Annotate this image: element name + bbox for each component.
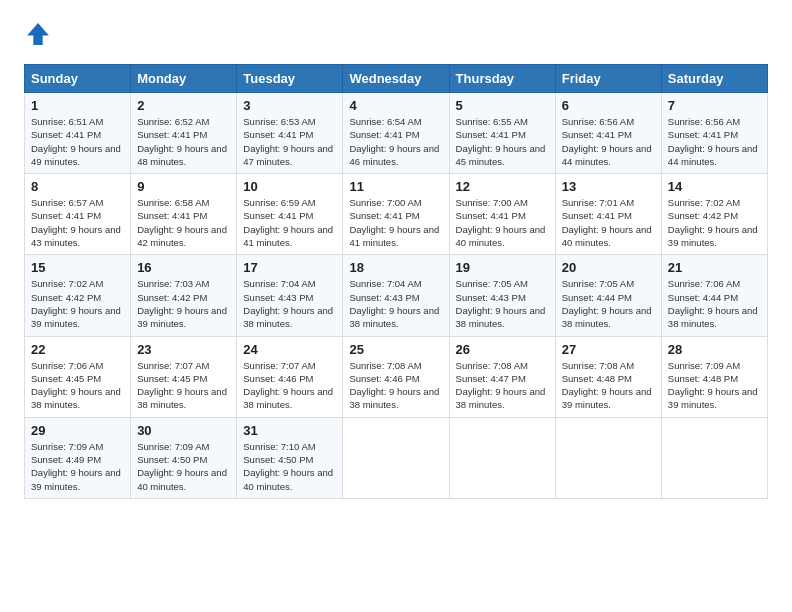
calendar-week-5: 29Sunrise: 7:09 AMSunset: 4:49 PMDayligh… <box>25 417 768 498</box>
calendar-cell: 25Sunrise: 7:08 AMSunset: 4:46 PMDayligh… <box>343 336 449 417</box>
calendar-cell: 13Sunrise: 7:01 AMSunset: 4:41 PMDayligh… <box>555 174 661 255</box>
header-sunday: Sunday <box>25 65 131 93</box>
calendar-cell: 21Sunrise: 7:06 AMSunset: 4:44 PMDayligh… <box>661 255 767 336</box>
day-number: 6 <box>562 98 655 113</box>
day-detail: Sunrise: 7:05 AMSunset: 4:44 PMDaylight:… <box>562 277 655 330</box>
day-detail: Sunrise: 7:06 AMSunset: 4:44 PMDaylight:… <box>668 277 761 330</box>
calendar-cell: 8Sunrise: 6:57 AMSunset: 4:41 PMDaylight… <box>25 174 131 255</box>
calendar-cell <box>661 417 767 498</box>
day-number: 7 <box>668 98 761 113</box>
header-tuesday: Tuesday <box>237 65 343 93</box>
day-number: 20 <box>562 260 655 275</box>
day-detail: Sunrise: 7:05 AMSunset: 4:43 PMDaylight:… <box>456 277 549 330</box>
day-number: 4 <box>349 98 442 113</box>
day-number: 12 <box>456 179 549 194</box>
day-detail: Sunrise: 7:09 AMSunset: 4:48 PMDaylight:… <box>668 359 761 412</box>
calendar-cell <box>449 417 555 498</box>
header-monday: Monday <box>131 65 237 93</box>
calendar-cell: 1Sunrise: 6:51 AMSunset: 4:41 PMDaylight… <box>25 93 131 174</box>
day-number: 3 <box>243 98 336 113</box>
day-number: 10 <box>243 179 336 194</box>
logo-icon <box>24 20 52 48</box>
header-thursday: Thursday <box>449 65 555 93</box>
calendar-cell: 4Sunrise: 6:54 AMSunset: 4:41 PMDaylight… <box>343 93 449 174</box>
day-number: 8 <box>31 179 124 194</box>
header-wednesday: Wednesday <box>343 65 449 93</box>
day-detail: Sunrise: 7:08 AMSunset: 4:47 PMDaylight:… <box>456 359 549 412</box>
day-detail: Sunrise: 6:58 AMSunset: 4:41 PMDaylight:… <box>137 196 230 249</box>
day-detail: Sunrise: 7:01 AMSunset: 4:41 PMDaylight:… <box>562 196 655 249</box>
day-number: 14 <box>668 179 761 194</box>
day-detail: Sunrise: 7:04 AMSunset: 4:43 PMDaylight:… <box>349 277 442 330</box>
calendar-cell: 12Sunrise: 7:00 AMSunset: 4:41 PMDayligh… <box>449 174 555 255</box>
calendar-week-1: 1Sunrise: 6:51 AMSunset: 4:41 PMDaylight… <box>25 93 768 174</box>
day-number: 16 <box>137 260 230 275</box>
calendar-week-3: 15Sunrise: 7:02 AMSunset: 4:42 PMDayligh… <box>25 255 768 336</box>
calendar-week-2: 8Sunrise: 6:57 AMSunset: 4:41 PMDaylight… <box>25 174 768 255</box>
calendar-cell: 5Sunrise: 6:55 AMSunset: 4:41 PMDaylight… <box>449 93 555 174</box>
day-number: 29 <box>31 423 124 438</box>
header-saturday: Saturday <box>661 65 767 93</box>
calendar-cell: 22Sunrise: 7:06 AMSunset: 4:45 PMDayligh… <box>25 336 131 417</box>
day-detail: Sunrise: 6:59 AMSunset: 4:41 PMDaylight:… <box>243 196 336 249</box>
calendar-cell: 16Sunrise: 7:03 AMSunset: 4:42 PMDayligh… <box>131 255 237 336</box>
calendar-cell: 9Sunrise: 6:58 AMSunset: 4:41 PMDaylight… <box>131 174 237 255</box>
day-detail: Sunrise: 7:09 AMSunset: 4:50 PMDaylight:… <box>137 440 230 493</box>
day-detail: Sunrise: 6:56 AMSunset: 4:41 PMDaylight:… <box>668 115 761 168</box>
calendar-header: SundayMondayTuesdayWednesdayThursdayFrid… <box>25 65 768 93</box>
day-number: 28 <box>668 342 761 357</box>
calendar-cell: 15Sunrise: 7:02 AMSunset: 4:42 PMDayligh… <box>25 255 131 336</box>
calendar-cell: 30Sunrise: 7:09 AMSunset: 4:50 PMDayligh… <box>131 417 237 498</box>
day-number: 17 <box>243 260 336 275</box>
day-detail: Sunrise: 7:04 AMSunset: 4:43 PMDaylight:… <box>243 277 336 330</box>
day-detail: Sunrise: 7:02 AMSunset: 4:42 PMDaylight:… <box>31 277 124 330</box>
logo <box>24 20 56 48</box>
day-number: 19 <box>456 260 549 275</box>
day-detail: Sunrise: 7:06 AMSunset: 4:45 PMDaylight:… <box>31 359 124 412</box>
day-detail: Sunrise: 7:02 AMSunset: 4:42 PMDaylight:… <box>668 196 761 249</box>
day-detail: Sunrise: 7:00 AMSunset: 4:41 PMDaylight:… <box>456 196 549 249</box>
day-number: 1 <box>31 98 124 113</box>
calendar-cell <box>343 417 449 498</box>
header-friday: Friday <box>555 65 661 93</box>
day-detail: Sunrise: 6:56 AMSunset: 4:41 PMDaylight:… <box>562 115 655 168</box>
day-detail: Sunrise: 7:10 AMSunset: 4:50 PMDaylight:… <box>243 440 336 493</box>
calendar-cell: 2Sunrise: 6:52 AMSunset: 4:41 PMDaylight… <box>131 93 237 174</box>
day-detail: Sunrise: 6:53 AMSunset: 4:41 PMDaylight:… <box>243 115 336 168</box>
calendar-cell: 3Sunrise: 6:53 AMSunset: 4:41 PMDaylight… <box>237 93 343 174</box>
day-number: 23 <box>137 342 230 357</box>
calendar-cell: 11Sunrise: 7:00 AMSunset: 4:41 PMDayligh… <box>343 174 449 255</box>
day-detail: Sunrise: 7:03 AMSunset: 4:42 PMDaylight:… <box>137 277 230 330</box>
day-number: 13 <box>562 179 655 194</box>
calendar-cell: 26Sunrise: 7:08 AMSunset: 4:47 PMDayligh… <box>449 336 555 417</box>
calendar-cell: 7Sunrise: 6:56 AMSunset: 4:41 PMDaylight… <box>661 93 767 174</box>
calendar-cell: 10Sunrise: 6:59 AMSunset: 4:41 PMDayligh… <box>237 174 343 255</box>
day-detail: Sunrise: 6:54 AMSunset: 4:41 PMDaylight:… <box>349 115 442 168</box>
calendar-cell: 14Sunrise: 7:02 AMSunset: 4:42 PMDayligh… <box>661 174 767 255</box>
day-number: 24 <box>243 342 336 357</box>
day-number: 18 <box>349 260 442 275</box>
calendar-cell: 29Sunrise: 7:09 AMSunset: 4:49 PMDayligh… <box>25 417 131 498</box>
day-detail: Sunrise: 7:09 AMSunset: 4:49 PMDaylight:… <box>31 440 124 493</box>
day-number: 22 <box>31 342 124 357</box>
day-number: 15 <box>31 260 124 275</box>
day-number: 25 <box>349 342 442 357</box>
calendar-body: 1Sunrise: 6:51 AMSunset: 4:41 PMDaylight… <box>25 93 768 499</box>
svg-marker-0 <box>27 23 49 45</box>
calendar-cell: 28Sunrise: 7:09 AMSunset: 4:48 PMDayligh… <box>661 336 767 417</box>
day-detail: Sunrise: 7:07 AMSunset: 4:45 PMDaylight:… <box>137 359 230 412</box>
header-row: SundayMondayTuesdayWednesdayThursdayFrid… <box>25 65 768 93</box>
day-number: 31 <box>243 423 336 438</box>
day-number: 5 <box>456 98 549 113</box>
calendar-cell: 6Sunrise: 6:56 AMSunset: 4:41 PMDaylight… <box>555 93 661 174</box>
day-number: 21 <box>668 260 761 275</box>
calendar-cell: 23Sunrise: 7:07 AMSunset: 4:45 PMDayligh… <box>131 336 237 417</box>
page-header <box>24 20 768 48</box>
day-detail: Sunrise: 7:08 AMSunset: 4:46 PMDaylight:… <box>349 359 442 412</box>
day-detail: Sunrise: 7:00 AMSunset: 4:41 PMDaylight:… <box>349 196 442 249</box>
calendar-cell: 18Sunrise: 7:04 AMSunset: 4:43 PMDayligh… <box>343 255 449 336</box>
calendar-week-4: 22Sunrise: 7:06 AMSunset: 4:45 PMDayligh… <box>25 336 768 417</box>
calendar-cell: 24Sunrise: 7:07 AMSunset: 4:46 PMDayligh… <box>237 336 343 417</box>
calendar: SundayMondayTuesdayWednesdayThursdayFrid… <box>24 64 768 499</box>
day-detail: Sunrise: 7:08 AMSunset: 4:48 PMDaylight:… <box>562 359 655 412</box>
